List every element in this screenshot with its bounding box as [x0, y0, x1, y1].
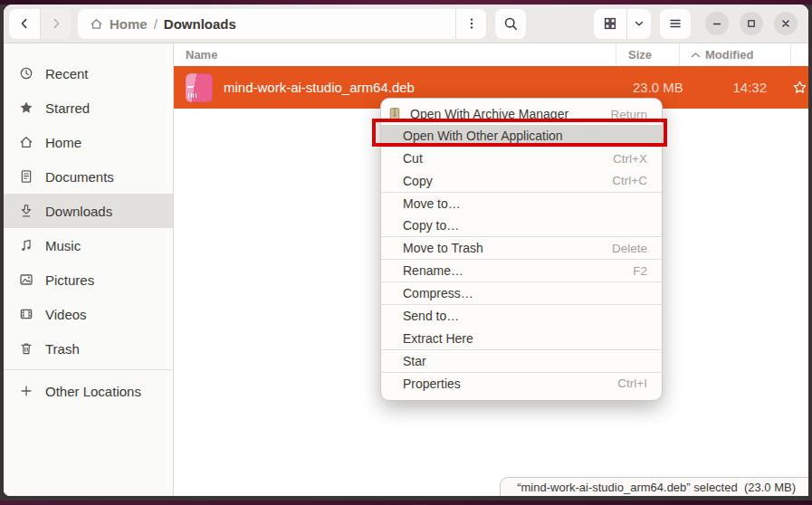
context-menu-item[interactable]: Rename… F2 — [381, 259, 662, 281]
column-header-name[interactable]: Name — [174, 43, 616, 66]
header-bar: Home / Downloads — [4, 5, 808, 43]
context-menu-item[interactable]: Compress… — [381, 281, 662, 304]
sidebar-item[interactable]: Recent — [4, 56, 173, 91]
history-nav — [9, 9, 71, 39]
clock-icon — [19, 66, 33, 81]
menu-item-label: Compress… — [403, 286, 473, 300]
context-menu-item[interactable]: Extract Here — [381, 328, 662, 349]
chevron-left-icon — [17, 16, 32, 31]
grid-view-icon — [603, 16, 617, 31]
column-header-size[interactable]: Size — [616, 43, 679, 66]
sidebar-item-label: Documents — [45, 169, 114, 185]
chevron-down-icon — [633, 17, 645, 30]
forward-button[interactable] — [40, 9, 71, 39]
chevron-right-icon — [49, 16, 63, 31]
grid-view-button[interactable] — [594, 9, 626, 39]
annotation-highlight-box — [372, 119, 667, 147]
status-bar: “mind-work-ai-studio_arm64.deb” selected… — [500, 477, 808, 496]
view-dropdown-button[interactable] — [626, 9, 651, 39]
download-icon — [19, 204, 33, 218]
search-icon — [503, 16, 519, 32]
breadcrumb-current[interactable]: Downloads — [164, 16, 236, 32]
close-button[interactable] — [774, 12, 798, 35]
menu-item-label: Send to… — [403, 309, 459, 323]
window-controls — [705, 12, 798, 35]
back-button[interactable] — [9, 9, 40, 39]
context-menu-item[interactable]: Move to Trash Delete — [381, 236, 662, 259]
column-header-star — [790, 43, 808, 66]
context-menu-item[interactable]: Star — [381, 349, 662, 372]
image-icon — [19, 272, 33, 287]
search-button[interactable] — [495, 9, 526, 39]
sidebar-item[interactable]: Downloads — [4, 194, 173, 228]
list-column-headers: Name Size Modified — [174, 43, 808, 66]
context-menu-item[interactable]: Copy Ctrl+C — [381, 169, 662, 191]
minimize-icon — [712, 18, 722, 29]
menu-item-label: Move to Trash — [403, 241, 483, 255]
music-note-icon — [19, 238, 33, 252]
menu-item-label: Extract Here — [403, 331, 473, 346]
menu-item-accelerator: Ctrl+C — [612, 174, 647, 187]
breadcrumb: Home / Downloads — [78, 16, 455, 32]
sidebar-item-label: Music — [45, 238, 81, 253]
context-menu-item[interactable]: Copy to… — [381, 214, 662, 236]
menu-item-label: Copy to… — [403, 218, 459, 233]
deb-package-icon — [186, 73, 213, 102]
home-icon — [90, 17, 103, 31]
menu-item-label: Copy — [403, 174, 433, 188]
context-menu-item[interactable]: Cut Ctrl+X — [381, 147, 662, 169]
plus-icon — [19, 384, 33, 398]
minimize-button[interactable] — [705, 12, 729, 35]
sidebar-item-label: Trash — [45, 341, 80, 357]
context-menu-item[interactable]: Move to… — [381, 192, 662, 214]
sort-ascending-icon — [691, 52, 701, 59]
sidebar-item-label: Starred — [45, 100, 90, 116]
sidebar-item[interactable]: Pictures — [4, 262, 173, 297]
vertical-dots-icon — [465, 16, 478, 31]
sidebar-item[interactable]: Trash — [4, 331, 173, 366]
menu-item-accelerator: F2 — [633, 264, 647, 278]
menu-item-accelerator: Delete — [612, 242, 647, 255]
file-size: 23.0 MB — [621, 80, 684, 95]
star-toggle[interactable] — [790, 80, 808, 95]
menu-item-label: Cut — [403, 151, 423, 166]
app-menu-button[interactable] — [660, 9, 691, 39]
document-icon — [19, 169, 33, 184]
star-icon — [19, 100, 33, 115]
path-bar[interactable]: Home / Downloads — [78, 9, 486, 39]
sidebar-item[interactable]: Documents — [4, 159, 173, 194]
menu-item-label: Rename… — [403, 263, 463, 278]
hamburger-menu-icon — [668, 16, 683, 31]
film-icon — [19, 307, 33, 321]
maximize-button[interactable] — [740, 12, 763, 35]
context-menu-item[interactable]: Properties Ctrl+I — [381, 372, 662, 395]
sidebar-item[interactable]: Videos — [4, 297, 173, 331]
sidebar-item-label: Pictures — [45, 272, 94, 288]
sidebar: Recent Starred Home Documents — [4, 43, 174, 496]
context-menu-item[interactable]: Send to… — [381, 304, 662, 327]
close-icon — [780, 18, 791, 29]
menu-item-label: Star — [403, 354, 426, 368]
file-modified-time: 14:32 — [684, 80, 796, 95]
column-header-modified[interactable]: Modified — [679, 43, 790, 66]
view-toggle — [594, 9, 651, 39]
trash-icon — [19, 341, 33, 356]
menu-item-label: Properties — [403, 376, 461, 391]
breadcrumb-separator: / — [154, 16, 158, 32]
menu-item-accelerator: Ctrl+X — [613, 152, 647, 166]
sidebar-item-label: Downloads — [45, 204, 112, 219]
breadcrumb-home[interactable]: Home — [110, 16, 148, 32]
sidebar-item-label: Recent — [45, 66, 89, 81]
sidebar-item[interactable]: Starred — [4, 91, 173, 125]
menu-item-label: Move to… — [403, 196, 461, 211]
sidebar-item[interactable]: Other Locations — [4, 374, 173, 408]
view-options-button[interactable] — [455, 9, 486, 39]
home-icon — [19, 135, 33, 149]
sidebar-item-label: Home — [45, 135, 81, 150]
sidebar-item[interactable]: Music — [4, 228, 173, 262]
sidebar-item-label: Videos — [45, 307, 87, 322]
file-name: mind-work-ai-studio_arm64.deb — [224, 80, 415, 95]
menu-item-accelerator: Ctrl+I — [617, 376, 647, 390]
sidebar-item[interactable]: Home — [4, 125, 173, 159]
selection-status-text: “mind-work-ai-studio_arm64.deb” selected… — [517, 481, 796, 494]
